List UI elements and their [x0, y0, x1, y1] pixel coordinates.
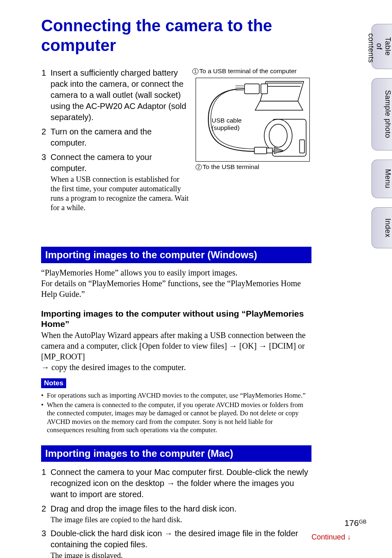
- mac-steps: 1 Connect the camera to your Mac compute…: [41, 467, 311, 558]
- diagram-area: 1To a USB terminal of the computer: [192, 67, 311, 216]
- tab-table-of-contents[interactable]: Table of contents: [371, 24, 392, 69]
- tab-sample-photo[interactable]: Sample photo: [371, 78, 392, 150]
- callout-text: To a USB terminal of the computer: [199, 67, 297, 74]
- section-body: “PlayMemories Home” allows you to easily…: [41, 267, 311, 299]
- svg-point-8: [269, 124, 287, 147]
- section-heading-windows: Importing images to the computer (Window…: [41, 247, 311, 263]
- nav-tabs: Table of contents Sample photo Menu Inde…: [369, 24, 392, 257]
- svg-marker-1: [255, 101, 303, 110]
- step-text: Double-click the hard disk icon → the de…: [51, 528, 311, 550]
- step-number: 2: [41, 126, 46, 148]
- section-subbody: When the AutoPlay Wizard appears after m…: [41, 330, 311, 373]
- tab-menu[interactable]: Menu: [371, 160, 392, 198]
- step-number: 3: [41, 528, 46, 558]
- step-subtext: When a USB connection is established for…: [51, 175, 189, 213]
- step-number: 3: [41, 152, 46, 213]
- down-arrow-icon: ↓: [347, 533, 351, 541]
- callout-2: 2To the USB terminal: [196, 163, 311, 171]
- step-text: Connect the camera to your computer.: [51, 152, 189, 174]
- continued-indicator: Continued ↓: [311, 533, 351, 542]
- section-heading-mac: Importing images to the computer (Mac): [41, 445, 311, 462]
- step-text: Connect the camera to your Mac computer …: [51, 467, 311, 500]
- svg-rect-10: [254, 147, 267, 154]
- main-steps: 1 Insert a sufficiently charged battery …: [41, 67, 189, 213]
- callout-number-icon: 1: [192, 68, 198, 74]
- section-subhead: Importing images to the computer without…: [41, 308, 311, 329]
- callout-number-icon: 2: [196, 164, 202, 170]
- step-text: Drag and drop the image files to the har…: [51, 503, 311, 514]
- callout-1: 1To a USB terminal of the computer: [192, 67, 311, 75]
- usb-cable-label: USB cable(supplied): [212, 117, 242, 132]
- step-number: 1: [41, 467, 46, 500]
- step-text: Insert a sufficiently charged battery pa…: [51, 67, 189, 123]
- page-number: 176GB: [344, 518, 367, 528]
- step-subtext: The image is displayed.: [51, 551, 311, 558]
- step-text: Turn on the camera and the computer.: [51, 126, 189, 148]
- callout-text: To the USB terminal: [203, 163, 259, 170]
- notes-label: Notes: [41, 378, 66, 388]
- note-item: When the camera is connected to the comp…: [41, 401, 311, 435]
- svg-rect-4: [244, 84, 259, 94]
- note-item: For operations such as importing AVCHD m…: [41, 391, 311, 400]
- step-number: 1: [41, 67, 46, 123]
- svg-rect-9: [300, 140, 304, 153]
- connection-diagram: USB cable(supplied): [196, 78, 310, 162]
- notes-list: For operations such as importing AVCHD m…: [41, 391, 311, 435]
- svg-rect-5: [261, 84, 267, 94]
- step-subtext: The image files are copied to the hard d…: [51, 515, 311, 525]
- svg-rect-11: [267, 148, 272, 153]
- tab-index[interactable]: Index: [371, 207, 392, 248]
- step-number: 2: [41, 503, 46, 525]
- page-title: Connecting the camera to the computer: [41, 16, 311, 55]
